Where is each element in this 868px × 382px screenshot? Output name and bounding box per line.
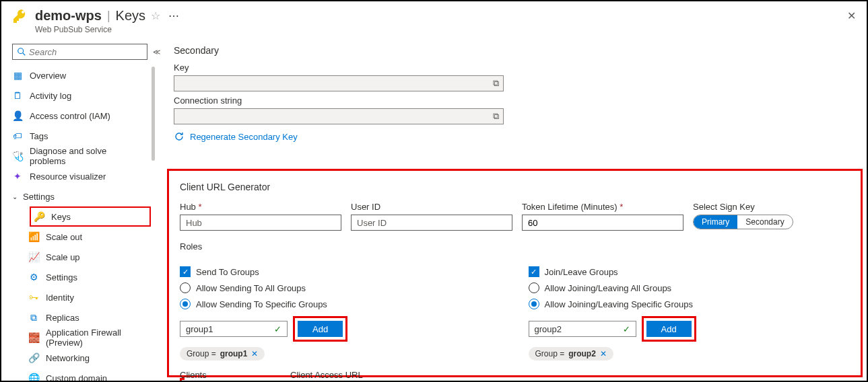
sign-key-secondary[interactable]: Secondary bbox=[737, 215, 792, 229]
nav-label: Scale out bbox=[46, 232, 82, 242]
firewall-icon: 🧱 bbox=[28, 332, 39, 343]
copy-icon[interactable]: ⧉ bbox=[489, 111, 503, 122]
remove-pill-icon[interactable]: ✕ bbox=[600, 349, 607, 358]
chevron-down-icon: ⌄ bbox=[12, 193, 19, 200]
join-group-pill: Group = group2 ✕ bbox=[529, 347, 613, 360]
sidebar-item-replicas[interactable]: ⧉ Replicas bbox=[26, 307, 155, 328]
page-title: Keys bbox=[116, 8, 145, 24]
pill-value: group1 bbox=[220, 349, 248, 358]
join-add-button[interactable]: Add bbox=[646, 321, 692, 337]
favorite-star-icon[interactable]: ☆ bbox=[151, 9, 160, 22]
sidebar-item-keys[interactable]: 🔑 Keys bbox=[30, 206, 151, 227]
send-roles-column: ✓ Send To Groups Allow Sending To All Gr… bbox=[180, 264, 502, 360]
sign-key-primary[interactable]: Primary bbox=[694, 215, 737, 229]
nav-label: Custom domain bbox=[46, 373, 107, 383]
sidebar-item-networking[interactable]: 🔗 Networking bbox=[26, 348, 155, 368]
checkmark-icon: ✓ bbox=[274, 324, 281, 334]
search-icon bbox=[17, 47, 26, 56]
checkbox-label: Send To Groups bbox=[196, 267, 259, 277]
sidebar-item-settings[interactable]: ⚙ Settings bbox=[26, 267, 155, 287]
key-icon bbox=[12, 8, 28, 28]
client-url-generator: Client URL Generator Hub * User ID Token… bbox=[167, 169, 863, 377]
more-actions-icon[interactable]: ⋯ bbox=[168, 9, 179, 22]
send-all-radio[interactable] bbox=[180, 282, 191, 293]
nav-label: Identity bbox=[46, 293, 74, 303]
nav-label: Tags bbox=[30, 131, 48, 141]
sidebar-item-scale-up[interactable]: 📈 Scale up bbox=[26, 247, 155, 267]
clients-column: Clients Web PubSub Client ⌄ bbox=[180, 370, 279, 381]
join-all-radio[interactable] bbox=[529, 282, 539, 293]
send-add-button[interactable]: Add bbox=[298, 321, 343, 337]
sidebar-item-scale-out[interactable]: 📶 Scale out bbox=[26, 227, 155, 247]
copy-icon[interactable]: ⧉ bbox=[489, 78, 503, 89]
nav-label: Replicas bbox=[46, 313, 79, 323]
sidebar: ≪ ▦ Overview 🗒 Activity log 👤 Access con… bbox=[1, 40, 155, 381]
radio-label: Allow Sending To All Groups bbox=[196, 283, 306, 293]
title-divider: | bbox=[107, 9, 110, 23]
sidebar-item-resource-visualizer[interactable]: ✦ Resource visualizer bbox=[1, 166, 155, 186]
sidebar-section-settings[interactable]: ⌄ Settings bbox=[1, 186, 155, 206]
activity-log-icon: 🗒 bbox=[12, 90, 23, 101]
pill-prefix: Group = bbox=[535, 349, 565, 358]
tags-icon: 🏷 bbox=[12, 130, 23, 141]
sidebar-item-custom-domain[interactable]: 🌐 Custom domain bbox=[26, 368, 155, 382]
lifetime-input[interactable] bbox=[522, 215, 683, 231]
scale-up-icon: 📈 bbox=[28, 252, 39, 262]
sidebar-search[interactable] bbox=[12, 44, 147, 60]
roles-label: Roles bbox=[180, 241, 850, 252]
custom-domain-icon: 🌐 bbox=[28, 373, 39, 382]
diagnose-icon: 🩺 bbox=[12, 151, 23, 161]
join-leave-checkbox[interactable]: ✓ bbox=[529, 266, 539, 277]
sidebar-item-tags[interactable]: 🏷 Tags bbox=[1, 126, 155, 146]
generator-title: Client URL Generator bbox=[180, 182, 850, 192]
hub-input[interactable] bbox=[180, 215, 341, 231]
sidebar-item-access-control[interactable]: 👤 Access control (IAM) bbox=[1, 106, 155, 126]
identity-icon: 🗝 bbox=[28, 292, 39, 303]
hub-label: Hub * bbox=[180, 202, 341, 212]
access-url-column: Client Access URL wss://demo-wps.webpubs… bbox=[290, 370, 850, 381]
sidebar-item-activity-log[interactable]: 🗒 Activity log bbox=[1, 85, 155, 106]
sidebar-item-overview[interactable]: ▦ Overview bbox=[1, 65, 155, 85]
page-header: demo-wps | Keys ☆ ⋯ Web PubSub Service ✕ bbox=[1, 1, 867, 40]
remove-pill-icon[interactable]: ✕ bbox=[251, 349, 258, 358]
refresh-icon bbox=[174, 131, 185, 142]
radio-label: Allow Joining/Leaving All Groups bbox=[545, 283, 672, 293]
group-input-value: group1 bbox=[186, 324, 213, 334]
join-group-input[interactable]: group2 ✓ bbox=[529, 321, 636, 337]
sidebar-item-identity[interactable]: 🗝 Identity bbox=[26, 287, 155, 307]
main-content: Secondary Key ⧉ Connection string ⧉ Rege… bbox=[155, 40, 867, 381]
group-input-value: group2 bbox=[535, 324, 562, 334]
access-url-label: Client Access URL bbox=[290, 370, 850, 380]
nav-label: Resource visualizer bbox=[30, 171, 106, 182]
send-group-input[interactable]: group1 ✓ bbox=[180, 321, 288, 337]
scale-out-icon: 📶 bbox=[28, 231, 39, 242]
regenerate-secondary-key-button[interactable]: Regenerate Secondary Key bbox=[174, 131, 853, 142]
join-specific-radio[interactable] bbox=[529, 299, 539, 309]
replicas-icon: ⧉ bbox=[28, 312, 39, 323]
sign-key-toggle[interactable]: Primary Secondary bbox=[693, 215, 793, 229]
join-add-highlight: Add bbox=[642, 316, 696, 342]
close-icon[interactable]: ✕ bbox=[847, 9, 856, 22]
svg-point-0 bbox=[18, 48, 24, 54]
secondary-key-field[interactable]: ⧉ bbox=[174, 75, 504, 91]
pill-value: group2 bbox=[568, 349, 596, 358]
secondary-conn-field[interactable]: ⧉ bbox=[174, 108, 504, 124]
nav-label: Application Firewall (Preview) bbox=[46, 328, 144, 348]
overview-icon: ▦ bbox=[12, 70, 23, 81]
send-group-pill: Group = group1 ✕ bbox=[180, 347, 265, 360]
sidebar-item-diagnose[interactable]: 🩺 Diagnose and solve problems bbox=[1, 146, 155, 166]
join-roles-column: ✓ Join/Leave Groups Allow Joining/Leavin… bbox=[529, 264, 850, 360]
svg-line-1 bbox=[23, 53, 26, 56]
send-to-groups-checkbox[interactable]: ✓ bbox=[180, 266, 191, 277]
clients-label: Clients bbox=[180, 370, 279, 380]
nav-label: Scale up bbox=[46, 252, 80, 262]
send-specific-radio[interactable] bbox=[180, 299, 191, 309]
access-control-icon: 👤 bbox=[12, 110, 23, 121]
nav-label: Keys bbox=[51, 212, 71, 222]
sidebar-item-firewall[interactable]: 🧱 Application Firewall (Preview) bbox=[26, 328, 155, 348]
pill-prefix: Group = bbox=[187, 349, 216, 358]
conn-label: Connection string bbox=[174, 96, 853, 106]
user-id-input[interactable] bbox=[351, 215, 512, 231]
search-input[interactable] bbox=[26, 47, 143, 57]
service-type: Web PubSub Service bbox=[35, 25, 179, 34]
